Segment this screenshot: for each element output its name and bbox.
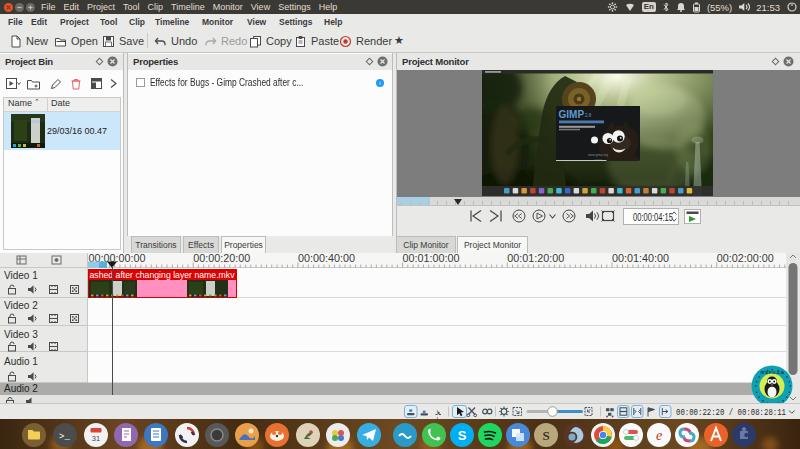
svg-text:00:02:00:00: 00:02:00:00 bbox=[717, 253, 774, 264]
svg-text:00:00:22:20 / 00:08:28:11: 00:00:22:20 / 00:08:28:11 bbox=[676, 407, 786, 418]
svg-text:GIMP: GIMP bbox=[559, 109, 585, 120]
svg-text:loading: loading bbox=[594, 158, 603, 161]
svg-text:2.8: 2.8 bbox=[585, 113, 592, 118]
svg-text:S: S bbox=[458, 428, 467, 443]
svg-text:00:01:00:00: 00:01:00:00 bbox=[403, 253, 460, 264]
svg-text:00:00:20:00: 00:00:20:00 bbox=[193, 253, 250, 264]
svg-text:>_: >_ bbox=[59, 432, 70, 442]
svg-text:www.gimp.org: www.gimp.org bbox=[588, 153, 608, 157]
svg-text:31: 31 bbox=[92, 434, 100, 443]
svg-text:00:00:40:00: 00:00:40:00 bbox=[298, 253, 355, 264]
svg-text:00:00:04:15: 00:00:04:15 bbox=[633, 212, 673, 223]
svg-text:S: S bbox=[542, 428, 549, 443]
svg-text:e: e bbox=[656, 428, 662, 443]
svg-text:00:01:20:00: 00:01:20:00 bbox=[507, 253, 564, 264]
svg-text:00:01:40:00: 00:01:40:00 bbox=[612, 253, 669, 264]
svg-text:IT'S F.O.S.S: IT'S F.O.S.S bbox=[760, 370, 783, 375]
